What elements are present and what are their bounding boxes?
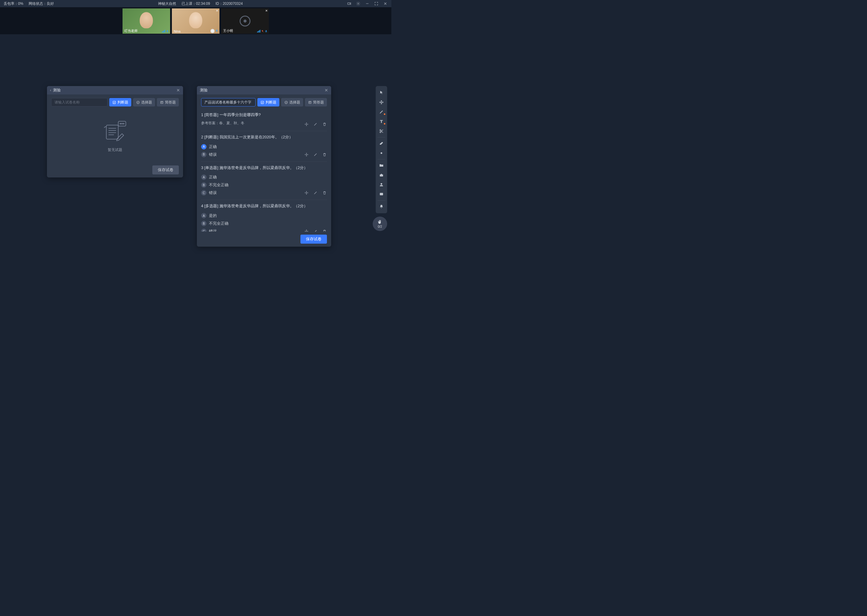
panel-close-icon[interactable]: ✕: [177, 88, 180, 93]
network-value: 良好: [47, 2, 54, 6]
empty-text: 暂无试题: [108, 148, 122, 152]
svg-rect-9: [266, 30, 267, 31]
toolbox-tool-icon[interactable]: [376, 170, 387, 180]
option-text: 是的: [209, 213, 217, 218]
add-judge-button[interactable]: 判断题: [109, 98, 131, 107]
video-name: 王小明: [223, 28, 233, 33]
option-text: 正确: [209, 144, 217, 149]
edit-icon[interactable]: [313, 190, 318, 195]
option-letter: A: [201, 213, 207, 218]
minimize-icon[interactable]: [365, 1, 370, 6]
add-choice-button[interactable]: 选择题: [281, 98, 303, 107]
question-item: 4 [多选题] 施华洛世奇是反华品牌，所以梁鼎琪反华。（2分）A是的B不完全正确…: [201, 200, 327, 232]
add-choice-button[interactable]: 选择题: [133, 98, 155, 107]
delete-icon[interactable]: [322, 152, 327, 157]
question-item: 1 [简答题] 一年四季分别是哪四季?参考答案：春、夏、秋、冬: [201, 109, 327, 131]
save-quiz-button[interactable]: 保存试卷: [300, 235, 327, 244]
question-option[interactable]: A是的: [201, 212, 327, 220]
question-option[interactable]: C错误: [201, 189, 304, 197]
question-option[interactable]: B错误: [201, 151, 304, 159]
delete-icon[interactable]: [322, 122, 327, 127]
folder-tool-icon[interactable]: [376, 160, 387, 170]
quiz-name-input[interactable]: [201, 98, 255, 107]
svg-rect-32: [380, 174, 383, 176]
question-title: 3 [单选题] 施华洛世奇是反华品牌，所以梁鼎琪反华。（2分）: [201, 165, 327, 171]
settings-icon[interactable]: [356, 1, 361, 6]
video-close-icon[interactable]: ✕: [265, 9, 268, 13]
video-tile-student[interactable]: ✕ Nina: [172, 8, 219, 34]
chat-tool-icon[interactable]: [376, 190, 387, 199]
edit-icon[interactable]: [313, 152, 318, 157]
brightness-tool-icon[interactable]: [376, 148, 387, 158]
edit-icon[interactable]: [313, 229, 318, 232]
text-tool-icon[interactable]: [376, 117, 387, 126]
bell-tool-icon[interactable]: [376, 202, 387, 211]
hand-raise-count: 0/2: [378, 225, 382, 228]
svg-rect-10: [113, 101, 116, 104]
question-option[interactable]: A正确: [201, 173, 327, 181]
edit-icon[interactable]: [313, 122, 318, 127]
svg-rect-5: [167, 30, 168, 31]
option-text: 错误: [209, 190, 217, 195]
mic-icon: [166, 30, 169, 33]
svg-rect-24: [261, 101, 264, 104]
user-tool-icon[interactable]: [376, 180, 387, 190]
svg-point-23: [123, 123, 124, 124]
option-text: 不完全正确: [209, 182, 229, 188]
scissors-tool-icon[interactable]: [376, 126, 387, 136]
video-tile-teacher[interactable]: 叮当老师: [123, 8, 170, 34]
save-quiz-button[interactable]: 保存试卷: [152, 165, 179, 174]
video-row: 叮当老师 ✕ Nina ✕ 王小明: [0, 7, 391, 34]
video-tile-student[interactable]: ✕ 王小明: [221, 8, 269, 34]
question-option[interactable]: A正确: [201, 143, 327, 151]
id-value: 2020070324: [223, 2, 243, 6]
hand-raise-button[interactable]: 0/2: [373, 217, 387, 231]
hand-icon: [377, 219, 383, 225]
svg-rect-6: [216, 30, 218, 31]
move-icon[interactable]: [304, 122, 309, 127]
mic-icon: [215, 29, 218, 33]
topbar: 丢包率：0% 网络状态：良好 神秘大自然 已上课：02:34:09 ID：202…: [0, 0, 391, 7]
cursor-tool-icon[interactable]: [376, 88, 387, 97]
delete-icon[interactable]: [322, 190, 327, 195]
option-letter: C: [201, 229, 207, 232]
back-icon[interactable]: ‹: [50, 88, 51, 92]
packet-loss-value: 0%: [18, 2, 23, 6]
svg-point-33: [380, 183, 382, 185]
signal-icon: [162, 30, 165, 33]
panel-close-icon[interactable]: ✕: [325, 88, 328, 93]
close-icon[interactable]: [383, 1, 388, 6]
option-letter: A: [201, 174, 207, 180]
question-option[interactable]: B不完全正确: [201, 220, 327, 227]
add-judge-button[interactable]: 判断题: [257, 98, 279, 107]
question-title: 4 [多选题] 施华洛世奇是反华品牌，所以梁鼎琪反华。（2分）: [201, 203, 327, 209]
panel-title: 测验: [200, 88, 325, 93]
delete-icon[interactable]: [322, 229, 327, 232]
pen-tool-icon[interactable]: [376, 107, 387, 117]
move-icon[interactable]: [304, 229, 309, 232]
id-label: ID：: [216, 2, 223, 6]
option-text: 不完全正确: [209, 221, 229, 226]
course-title: 神秘大自然: [158, 1, 176, 6]
add-short-button[interactable]: 简答题: [305, 98, 327, 107]
award-icon: [210, 29, 214, 33]
question-item: 2 [判断题] 我国宪法上一次更新是在2020年。（2分）A正确B错误: [201, 131, 327, 162]
add-short-button[interactable]: 简答题: [157, 98, 179, 107]
fullscreen-icon[interactable]: [374, 1, 379, 6]
svg-point-1: [358, 3, 359, 4]
mic-icon: [265, 30, 268, 33]
question-option[interactable]: B不完全正确: [201, 181, 327, 189]
question-option[interactable]: C错误: [201, 227, 304, 232]
move-tool-icon[interactable]: [376, 97, 387, 107]
camera-toggle-icon[interactable]: [347, 1, 352, 6]
whiteboard-toolbar: [376, 86, 387, 213]
option-text: 错误: [209, 152, 217, 157]
eraser-tool-icon[interactable]: [376, 139, 387, 148]
elapsed-value: 02:34:09: [196, 2, 210, 6]
option-letter: B: [201, 221, 207, 226]
move-icon[interactable]: [304, 152, 309, 157]
move-icon[interactable]: [304, 190, 309, 195]
quiz-name-input[interactable]: [51, 98, 107, 107]
quiz-panel-filled: 测验 ✕ 判断题 选择题 简答题 1 [简答题] 一年四季分别是哪四季?参考答案…: [197, 86, 331, 247]
video-close-icon[interactable]: ✕: [216, 9, 218, 13]
